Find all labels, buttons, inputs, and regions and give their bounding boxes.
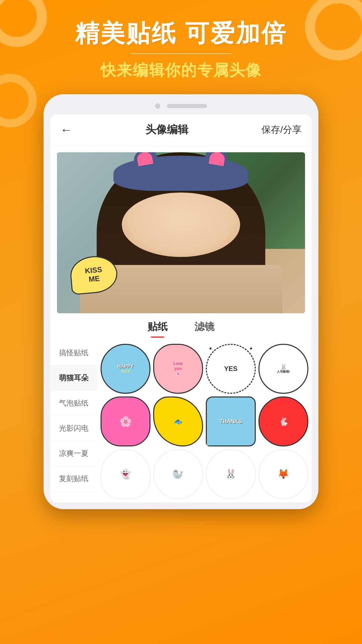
sticker-happy[interactable]: HAPPY 王王王	[101, 344, 150, 394]
phone-mockup: ← 头像编辑 保存/分享	[44, 94, 318, 509]
sticker-rabbit-red[interactable]: 🐇	[258, 396, 308, 446]
header-title: 精美贴纸 可爱加倍	[0, 20, 362, 47]
photo-background: KISS ME	[57, 152, 305, 313]
tabs-bar: 贴纸 滤镜	[50, 313, 312, 337]
sticker-grid: HAPPY 王王王 Love you 🌸 YES	[97, 340, 312, 502]
sticker-cat-fish[interactable]: 🐟	[153, 396, 203, 446]
sticker-bunny2[interactable]: 🐰	[206, 449, 256, 499]
category-item-gaogai[interactable]: 搞怪贴纸	[50, 340, 97, 366]
phone-topbar	[44, 94, 318, 114]
tab-stickers[interactable]: 贴纸	[147, 320, 168, 337]
category-item-mengmao[interactable]: 萌猫耳朵	[50, 366, 97, 391]
category-list: 搞怪贴纸 萌猫耳朵 气泡贴纸 光影闪电 凉爽一夏 复刻贴纸	[50, 340, 97, 502]
header-area: 精美贴纸 可爱加倍 快来编辑你的专属头像	[0, 0, 362, 81]
sticker-thanks[interactable]: THANKS	[206, 396, 256, 446]
sticker-kiss-me-text-line2: ME	[88, 274, 100, 284]
sticker-flower-pink[interactable]: 🌸	[101, 396, 150, 446]
phone-speaker	[167, 104, 207, 108]
tab-filters[interactable]: 滤镜	[194, 320, 215, 337]
app-screen: ← 头像编辑 保存/分享	[50, 114, 312, 502]
sticker-bunny-cute[interactable]: 🐰 人宅敬萌!	[258, 344, 308, 394]
category-item-fuke[interactable]: 复刻贴纸	[50, 466, 97, 491]
sticker-seal[interactable]: 🦭	[153, 449, 203, 499]
sticker-fox[interactable]: 🦊	[258, 449, 308, 499]
sticker-ghost[interactable]: 👻	[101, 449, 150, 499]
header-divider	[131, 53, 231, 54]
app-title: 头像编辑	[145, 122, 188, 137]
app-header: ← 头像编辑 保存/分享	[50, 114, 312, 146]
sticker-kiss-me-text-line1: KISS	[84, 265, 102, 276]
sticker-section: 搞怪贴纸 萌猫耳朵 气泡贴纸 光影闪电 凉爽一夏 复刻贴纸 HAPPY 王王王	[50, 340, 312, 502]
back-button[interactable]: ←	[60, 123, 72, 137]
sticker-yes[interactable]: YES	[206, 344, 256, 394]
category-item-guangying[interactable]: 光影闪电	[50, 416, 97, 441]
category-item-qipao[interactable]: 气泡贴纸	[50, 391, 97, 416]
phone-camera	[155, 103, 160, 109]
header-subtitle: 快来编辑你的专属头像	[0, 60, 362, 81]
sticker-love-you[interactable]: Love you 🌸	[153, 344, 203, 394]
category-item-liangshuang[interactable]: 凉爽一夏	[50, 441, 97, 466]
photo-area: KISS ME	[57, 152, 305, 313]
tab-indicator	[151, 336, 164, 338]
save-share-button[interactable]: 保存/分享	[261, 123, 302, 136]
